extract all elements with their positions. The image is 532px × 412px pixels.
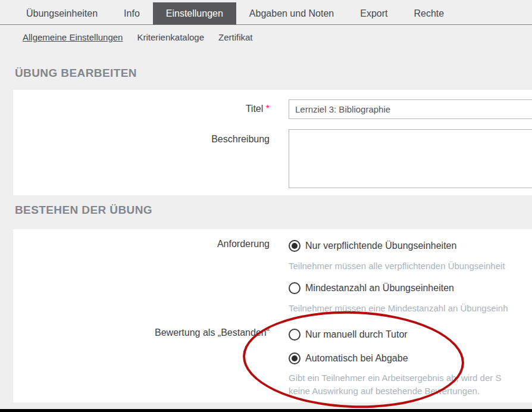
subtab-allgemeine-einstellungen[interactable]: Allgemeine Einstellungen	[23, 32, 123, 42]
tab-abgaben-und-noten[interactable]: Abgaben und Noten	[236, 2, 347, 24]
required-marker: *	[266, 104, 270, 114]
form-row-anforderung: Anforderung Nur verpflichtende Übungsein…	[13, 239, 508, 315]
tab-einstellungen[interactable]: Einstellungen	[153, 2, 236, 24]
radio-option-nur-verpflichtende[interactable]: Nur verpflichtende Übungseinheiten	[289, 239, 508, 253]
radio-option-nur-manuell[interactable]: Nur manuell durch Tutor	[289, 327, 501, 342]
radio-option-label: Mindestanzahl an Übungseinheiten	[305, 283, 454, 294]
bewertung-options: Nur manuell durch Tutor Automatisch bei …	[289, 327, 501, 398]
titel-label-text: Titel	[246, 104, 264, 114]
radio-unchecked-icon[interactable]	[289, 329, 301, 341]
titel-control	[289, 99, 532, 119]
section-title-uebung-bearbeiten: ÜBUNG BEARBEITEN	[15, 67, 137, 80]
bewertung-help-line1: Gibt ein Teilnehmer ein Arbeitsergebnis …	[289, 372, 501, 385]
radio-option-label: Nur manuell durch Tutor	[305, 329, 408, 340]
radio-checked-icon[interactable]	[289, 240, 301, 252]
radio-option-automatisch[interactable]: Automatisch bei Abgabe	[289, 351, 501, 366]
subtab-zertifikat[interactable]: Zertifikat	[218, 32, 253, 42]
radio-option-mindestanzahl[interactable]: Mindestanzahl an Übungseinheiten	[289, 281, 508, 295]
form-row-beschreibung: Beschreibung	[13, 129, 532, 191]
tab-info[interactable]: Info	[111, 2, 153, 24]
main-tab-bar: Übungseinheiten Info Einstellungen Abgab…	[0, 2, 532, 24]
tab-bar-divider	[0, 24, 532, 26]
sub-tab-bar: Allgemeine Einstellungen Kriterienkatalo…	[23, 32, 253, 42]
subtab-kriterienkataloge[interactable]: Kriterienkataloge	[137, 32, 204, 42]
anforderung-option1-help: Teilnehmer müssen alle verpflichtenden Ü…	[289, 260, 508, 273]
form-row-bewertung: Bewertung als „Bestanden“ Nur manuell du…	[13, 327, 501, 398]
anforderung-label: Anforderung	[13, 239, 270, 249]
titel-label: Titel *	[13, 99, 270, 114]
anforderung-option2-help: Teilnehmer müssen eine Mindestanzahl an …	[289, 302, 508, 315]
pass-exercise-form-panel: Anforderung Nur verpflichtende Übungsein…	[13, 229, 532, 402]
bewertung-help: Gibt ein Teilnehmer ein Arbeitsergebnis …	[289, 372, 501, 398]
bewertung-label: Bewertung als „Bestanden“	[13, 327, 270, 338]
window-bottom-edge	[0, 409, 532, 412]
radio-checked-icon[interactable]	[289, 352, 301, 364]
titel-input[interactable]	[289, 99, 532, 119]
beschreibung-label: Beschreibung	[13, 129, 270, 145]
radio-option-label: Nur verpflichtende Übungseinheiten	[305, 241, 456, 251]
radio-unchecked-icon[interactable]	[289, 282, 301, 294]
section-title-bestehen-der-uebung: BESTEHEN DER ÜBUNG	[15, 204, 152, 217]
beschreibung-textarea[interactable]	[289, 129, 532, 188]
tab-rechte[interactable]: Rechte	[400, 2, 457, 24]
radio-option-label: Automatisch bei Abgabe	[305, 353, 408, 364]
tab-export[interactable]: Export	[347, 2, 400, 24]
tab-uebungseinheiten[interactable]: Übungseinheiten	[13, 2, 111, 24]
form-row-titel: Titel *	[13, 99, 532, 119]
beschreibung-control	[289, 129, 532, 191]
bewertung-help-line2: keine Auswirkung auf bestehende Bewertun…	[289, 385, 501, 398]
anforderung-options: Nur verpflichtende Übungseinheiten Teiln…	[289, 239, 508, 315]
edit-exercise-form-panel: Titel * Beschreibung	[13, 90, 532, 195]
